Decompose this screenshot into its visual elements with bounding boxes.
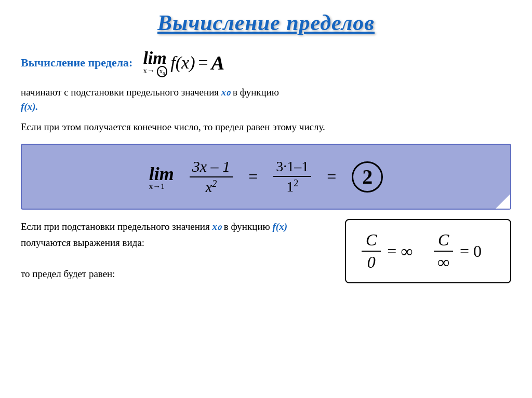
- bottom-fx: f(x): [273, 221, 287, 232]
- bottom-last-para: то предел будет равен:: [21, 266, 329, 282]
- box-lim: lim x→1: [149, 163, 174, 191]
- para1: начинают с подстановки предельного значе…: [21, 85, 511, 115]
- frac1-num: C: [362, 230, 381, 252]
- box-equals: =: [248, 167, 258, 186]
- box-num2: 3·1–1: [273, 158, 311, 177]
- frac1: C 0: [362, 230, 381, 272]
- box-fraction: 3x – 1 x2: [190, 158, 233, 196]
- box-lim-word: lim: [149, 163, 174, 185]
- limit-formula: lim x→ x0 f(x) = A: [143, 48, 224, 77]
- frac1-den: 0: [363, 252, 380, 272]
- fx-inline: f(x).: [21, 101, 38, 112]
- lim-text: lim: [143, 48, 166, 68]
- box-equals2: =: [327, 167, 336, 186]
- A-result: A: [211, 51, 224, 74]
- definition-row: Вычисление предела: lim x→ x0 f(x) = A: [21, 48, 511, 77]
- box-numerator: 3x – 1: [190, 158, 233, 177]
- x0-inline: x₀: [221, 87, 231, 98]
- main-title: Вычисление пределов: [157, 11, 375, 35]
- bottom-x0: x₀: [212, 221, 222, 232]
- lim-group: lim x→ x0: [143, 48, 167, 77]
- lim-sub: x→ x0: [143, 66, 167, 77]
- para2: Если при этом получается конечное число,…: [21, 120, 511, 135]
- frac2: C ∞: [433, 230, 454, 272]
- result1: = ∞: [387, 242, 413, 261]
- formula1: C 0 = ∞: [362, 230, 413, 272]
- bottom-para: Если при подстановки предельного значени…: [21, 219, 329, 251]
- formula2: C ∞ = 0: [433, 230, 482, 272]
- fx-text: f(x): [170, 53, 195, 73]
- result2: = 0: [460, 242, 482, 261]
- right-box: C 0 = ∞ C ∞ = 0: [345, 219, 511, 283]
- box-lim-sub: x→1: [149, 182, 165, 191]
- frac2-den: ∞: [433, 252, 454, 272]
- box-den2: 12: [284, 177, 301, 195]
- box-denominator: x2: [203, 177, 220, 196]
- title-section: Вычисление пределов: [21, 10, 511, 35]
- page: Вычисление пределов Вычисление предела: …: [0, 0, 532, 398]
- blue-box: lim x→1 3x – 1 x2 = 3·1–1 12 = 2: [21, 144, 511, 210]
- bottom-text: Если при подстановки предельного значени…: [21, 219, 329, 282]
- x0-circle: x0: [157, 66, 168, 77]
- bottom-section: Если при подстановки предельного значени…: [21, 219, 511, 283]
- frac2-num: C: [434, 230, 453, 252]
- box-result: 2: [352, 161, 383, 193]
- definition-label: Вычисление предела:: [21, 56, 132, 70]
- equals-main: =: [198, 53, 208, 73]
- box-fraction2: 3·1–1 12: [273, 158, 311, 195]
